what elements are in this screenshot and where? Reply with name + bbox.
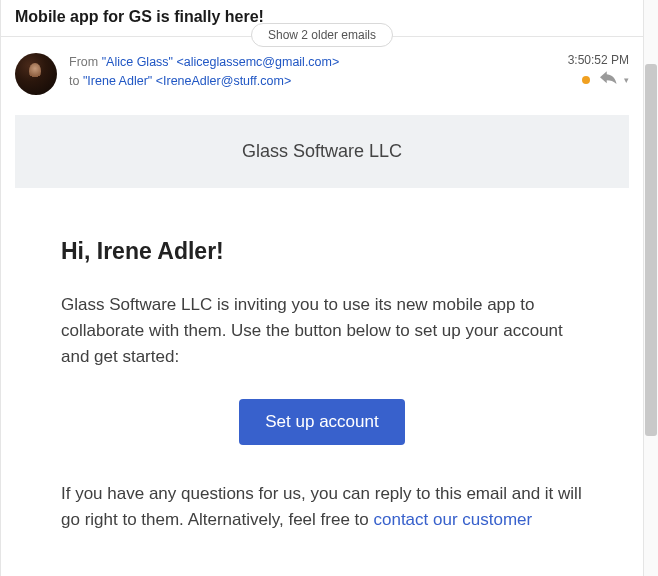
from-label: From	[69, 55, 102, 69]
to-email[interactable]: <IreneAdler@stuff.com>	[156, 74, 291, 88]
avatar[interactable]	[15, 53, 57, 95]
to-line: to "Irene Adler" <IreneAdler@stuff.com>	[69, 72, 529, 91]
unread-dot-icon[interactable]	[582, 76, 590, 84]
reply-icon[interactable]	[600, 71, 618, 88]
from-email[interactable]: <aliceglassemc@gmail.com>	[177, 55, 340, 69]
email-content: Hi, Irene Adler! Glass Software LLC is i…	[15, 188, 629, 533]
scrollbar-track[interactable]	[644, 0, 658, 576]
setup-account-button[interactable]: Set up account	[239, 399, 404, 445]
from-line: From "Alice Glass" <aliceglassemc@gmail.…	[69, 53, 529, 72]
to-name[interactable]: "Irene Adler"	[83, 74, 152, 88]
intro-paragraph: Glass Software LLC is inviting you to us…	[61, 292, 583, 371]
timestamp: 3:50:52 PM	[529, 53, 629, 67]
to-label: to	[69, 74, 83, 88]
scrollbar-thumb[interactable]	[645, 64, 657, 436]
meta-right: 3:50:52 PM ▾	[529, 53, 629, 88]
email-header: From "Alice Glass" <aliceglassemc@gmail.…	[1, 37, 643, 105]
email-view: Mobile app for GS is finally here! Show …	[0, 0, 644, 576]
show-older-button[interactable]: Show 2 older emails	[251, 23, 393, 47]
from-name[interactable]: "Alice Glass"	[102, 55, 173, 69]
contact-link[interactable]: contact our customer	[373, 510, 532, 529]
brand-banner: Glass Software LLC	[15, 115, 629, 188]
greeting: Hi, Irene Adler!	[61, 234, 583, 270]
email-body: Glass Software LLC Hi, Irene Adler! Glas…	[1, 115, 643, 533]
cta-wrap: Set up account	[61, 399, 583, 445]
chevron-down-icon[interactable]: ▾	[624, 75, 629, 85]
followup-paragraph: If you have any questions for us, you ca…	[61, 481, 583, 534]
from-to-block: From "Alice Glass" <aliceglassemc@gmail.…	[69, 53, 529, 91]
